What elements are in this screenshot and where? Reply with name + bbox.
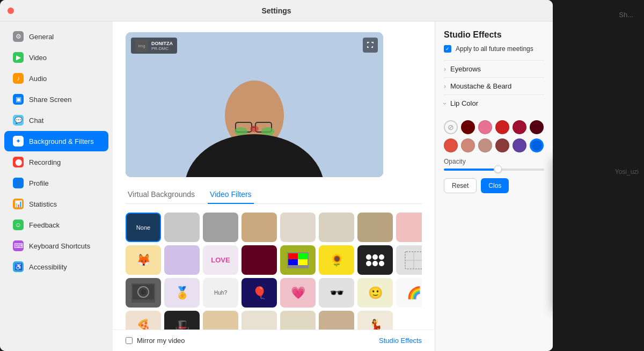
right-panel-peek: Sh... Yosi_uzi	[553, 0, 644, 351]
lip-color-coral[interactable]	[444, 138, 458, 152]
tab-video-filters[interactable]: Video Filters	[208, 186, 254, 204]
opacity-label: Opacity	[444, 158, 544, 165]
studio-effects-link[interactable]: Studio Effects	[379, 337, 422, 345]
filter-balloon[interactable]: 🎈	[241, 278, 277, 308]
settings-window: Settings ⚙ General ▶ Video ♪ Audio ▣ Sha…	[0, 0, 553, 351]
background-filters-icon: ✦	[13, 136, 24, 147]
mirror-video-checkbox[interactable]: Mirror my video	[126, 337, 185, 345]
nav-item-profile[interactable]: 👤 Profile	[4, 173, 108, 193]
filter-sunglasses[interactable]: 🕶️	[319, 278, 354, 308]
filter-speech[interactable]: Huh?	[203, 278, 238, 308]
svg-point-6	[235, 127, 247, 136]
filter-vintage[interactable]	[126, 278, 161, 308]
filter-rainbow[interactable]: 🌈	[396, 278, 422, 308]
filter-target[interactable]	[396, 245, 422, 275]
nav-label-audio: Audio	[29, 75, 47, 83]
filter-sunflower[interactable]: 🌻	[319, 245, 354, 275]
filter-tv[interactable]	[280, 245, 316, 275]
filter-4[interactable]	[280, 213, 316, 242]
filter-f24[interactable]	[319, 311, 354, 330]
nav-item-background-filters[interactable]: ✦ Background & Filters	[4, 131, 108, 151]
nav-label-recording: Recording	[29, 158, 61, 166]
expand-video-button[interactable]	[363, 38, 378, 53]
apply-future-checkbox[interactable]: ✓	[444, 45, 451, 53]
content-footer: Mirror my video Studio Effects	[113, 330, 435, 351]
nav-label-statistics: Statistics	[29, 200, 57, 208]
right-panel-text: Sh... Yosi_uzi	[553, 0, 644, 34]
lip-color-red[interactable]	[495, 120, 509, 134]
content-inner: img DONITZA PR-DMC Virtual Backgro	[113, 21, 435, 330]
nav-item-chat[interactable]: 💬 Chat	[4, 110, 108, 130]
lip-color-section: ⊘ Opacity	[444, 112, 544, 171]
nav-item-general[interactable]: ⚙ General	[4, 26, 108, 47]
video-icon: ▶	[13, 52, 24, 63]
filter-heart[interactable]: 💗	[280, 278, 316, 308]
lip-color-blue[interactable]	[530, 138, 544, 152]
filter-5[interactable]	[319, 213, 354, 242]
lip-color-darkbrown[interactable]	[495, 138, 509, 152]
filter-f22[interactable]	[241, 311, 277, 330]
close-button[interactable]	[8, 8, 14, 14]
lip-color-none[interactable]: ⊘	[444, 120, 458, 134]
filter-2[interactable]	[203, 213, 238, 242]
general-icon: ⚙	[13, 31, 24, 42]
studio-buttons: Reset Clos	[444, 178, 544, 193]
filter-theater[interactable]	[241, 245, 277, 275]
lip-color-rosybrown[interactable]	[461, 138, 475, 152]
reset-button[interactable]: Reset	[444, 178, 477, 193]
nav-label-chat: Chat	[29, 116, 43, 125]
filter-award[interactable]: 🏅	[164, 278, 200, 308]
filter-purple[interactable]	[164, 245, 200, 275]
close-button[interactable]: Clos	[481, 178, 509, 193]
lip-color-purple[interactable]	[513, 138, 526, 152]
lip-color-mauve[interactable]	[478, 138, 492, 152]
tab-virtual-backgrounds[interactable]: Virtual Backgrounds	[126, 186, 197, 204]
opacity-thumb[interactable]	[494, 165, 502, 173]
nav-label-background-filters: Background & Filters	[29, 137, 94, 145]
filter-hat[interactable]: 🎩	[164, 311, 200, 330]
filter-1[interactable]	[164, 213, 200, 242]
lip-color-maroon[interactable]	[530, 120, 544, 134]
filter-6[interactable]	[357, 213, 393, 242]
filter-face[interactable]: 🙂	[357, 278, 393, 308]
mirror-checkbox-input[interactable]	[126, 337, 133, 344]
eyebrows-label: Eyebrows	[450, 65, 481, 73]
chat-icon: 💬	[13, 115, 24, 126]
title-bar: Settings	[0, 0, 553, 21]
nav-label-keyboard-shortcuts: Keyboard Shortcuts	[29, 242, 90, 250]
lip-color-crimson[interactable]	[513, 120, 526, 134]
moustache-row[interactable]: › Moustache & Beard	[444, 77, 544, 94]
opacity-slider[interactable]	[444, 169, 544, 171]
filter-fox[interactable]: 🦊	[126, 245, 161, 275]
eyebrows-row[interactable]: › Eyebrows	[444, 60, 544, 77]
settings-nav: ⚙ General ▶ Video ♪ Audio ▣ Share Screen…	[0, 21, 113, 351]
filter-none[interactable]: None	[126, 213, 161, 242]
filter-dance[interactable]: 💃	[357, 311, 393, 330]
filter-7[interactable]	[396, 213, 422, 242]
nav-item-feedback[interactable]: ☺ Feedback	[4, 215, 108, 235]
lip-color-darkred[interactable]	[461, 120, 475, 134]
filter-3[interactable]	[241, 213, 277, 242]
mirror-label: Mirror my video	[137, 337, 185, 345]
filter-pizza[interactable]: 🍕	[126, 311, 161, 330]
nav-item-video[interactable]: ▶ Video	[4, 47, 108, 68]
lip-color-hotpink[interactable]	[478, 120, 492, 134]
svg-point-8	[250, 126, 259, 132]
nav-item-accessibility[interactable]: ♿ Accessibility	[4, 257, 108, 277]
nav-item-recording[interactable]: ⬤ Recording	[4, 152, 108, 172]
nav-item-share-screen[interactable]: ▣ Share Screen	[4, 89, 108, 109]
nav-label-feedback: Feedback	[29, 221, 60, 229]
filter-f23[interactable]	[280, 311, 316, 330]
filter-polka[interactable]	[357, 245, 393, 275]
nav-item-keyboard-shortcuts[interactable]: ⌨ Keyboard Shortcuts	[4, 236, 108, 256]
nav-item-audio[interactable]: ♪ Audio	[4, 68, 108, 89]
nav-label-profile: Profile	[29, 179, 49, 187]
filter-love[interactable]: LOVE	[203, 245, 238, 275]
lip-colors-row1: ⊘	[444, 120, 544, 134]
filter-f21[interactable]	[203, 311, 238, 330]
lip-color-row[interactable]: › Lip Color	[444, 94, 544, 112]
nav-item-statistics[interactable]: 📊 Statistics	[4, 194, 108, 214]
audio-icon: ♪	[13, 73, 24, 84]
nav-label-general: General	[29, 33, 54, 41]
opacity-row: Opacity	[444, 158, 544, 171]
